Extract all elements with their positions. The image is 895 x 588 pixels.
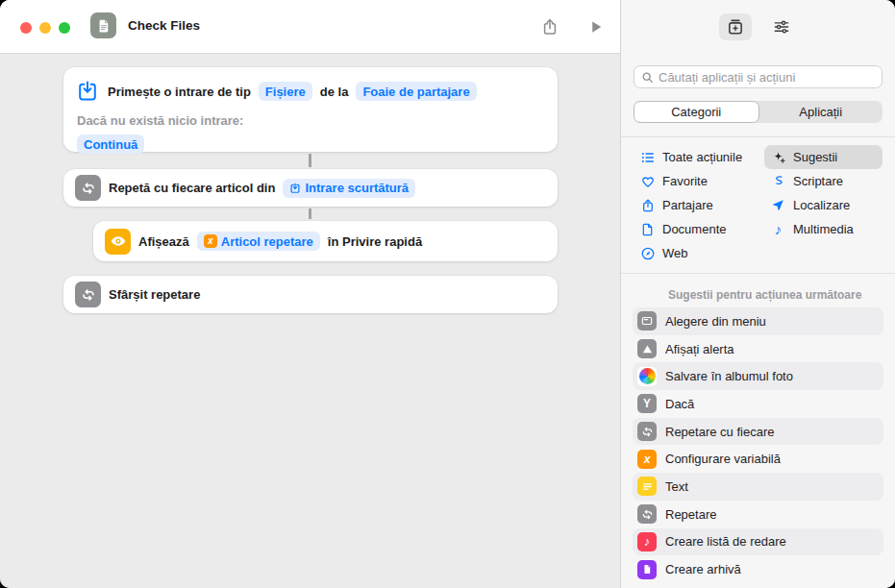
- repeat-icon: [637, 422, 657, 441]
- shortcut-details-button[interactable]: [765, 13, 798, 40]
- action-text: de la: [320, 85, 349, 99]
- suggestion-label: Afișați alerta: [665, 342, 734, 356]
- category-label: Toate acțiunile: [662, 150, 742, 164]
- search-field[interactable]: [634, 65, 883, 88]
- category-label: Web: [662, 246, 688, 260]
- location-arrow-icon: [770, 197, 786, 213]
- category-sugestii[interactable]: Sugestii: [764, 145, 883, 169]
- category-documente[interactable]: Documente: [634, 217, 764, 241]
- suggestion-alegere-din-meniu[interactable]: Alegere din meniu: [633, 307, 883, 335]
- token-label: Intrare scurtătură: [305, 181, 409, 195]
- repeat-item-variable-token[interactable]: x Articol repetare: [197, 232, 320, 251]
- category-grid: Toate acțiunile Favorite Partajare Docum…: [621, 137, 895, 265]
- category-label: Scriptare: [793, 174, 843, 188]
- category-label: Multimedia: [793, 222, 854, 236]
- action-receive-input[interactable]: Primește o intrare de tip Fișiere de la …: [63, 67, 558, 152]
- repeat-icon: [637, 504, 657, 524]
- suggestions-header: Sugestii pentru acțiunea următoare: [621, 288, 895, 302]
- suggestions-list: Alegere din meniu Afișați alerta Salvare…: [621, 307, 895, 583]
- traffic-lights: [20, 22, 70, 34]
- variable-icon: x: [637, 450, 657, 469]
- run-shortcut-button[interactable]: [584, 15, 608, 38]
- suggestion-repetare-cu-fiecare[interactable]: Repetare cu fiecare: [633, 418, 883, 446]
- music-note-icon: ♪: [770, 221, 786, 237]
- action-library-button[interactable]: [719, 13, 752, 40]
- action-text: Afișează: [138, 234, 189, 249]
- category-label: Favorite: [662, 174, 708, 188]
- search-icon: [641, 71, 654, 84]
- category-toate-actiunile[interactable]: Toate acțiunile: [634, 145, 764, 169]
- title-group: Check Files: [90, 12, 200, 38]
- suggestion-label: Alegere din meniu: [665, 314, 766, 329]
- shortcut-input-icon: [289, 183, 301, 194]
- heart-icon: [639, 173, 656, 189]
- list-icon: [639, 149, 656, 165]
- search-input[interactable]: [659, 70, 875, 85]
- window-title: Check Files: [128, 18, 200, 33]
- menu-icon: [637, 311, 657, 331]
- category-localizare[interactable]: Localizare: [764, 193, 883, 217]
- category-web[interactable]: Web: [634, 241, 764, 265]
- action-end-repeat[interactable]: Sfârșit repetare: [63, 276, 558, 313]
- action-text: în Privire rapidă: [328, 234, 422, 249]
- repeat-input-token[interactable]: Intrare scurtătură: [283, 179, 415, 198]
- repeat-icon: [75, 282, 101, 307]
- input-source-token[interactable]: Foaie de partajare: [356, 82, 476, 101]
- close-button[interactable]: [20, 22, 32, 34]
- eye-icon: [105, 229, 131, 255]
- library-tabs: Categorii Aplicații: [634, 101, 883, 123]
- sparkles-icon: [770, 149, 786, 165]
- suggestion-label: Creare arhivă: [665, 562, 741, 576]
- suggestion-label: Creare listă de redare: [665, 534, 786, 549]
- titlebar: Check Files: [0, 0, 620, 54]
- suggestion-label: Repetare cu fiecare: [665, 425, 774, 439]
- suggestion-label: Salvare în albumul foto: [665, 369, 793, 383]
- suggestion-label: Repetare: [665, 507, 716, 522]
- category-label: Localizare: [793, 198, 850, 212]
- action-text: Sfârșit repetare: [109, 287, 200, 302]
- variable-icon: x: [204, 234, 217, 248]
- category-favorite[interactable]: Favorite: [634, 169, 764, 193]
- divider: [621, 273, 895, 274]
- suggestion-afisati-alerta[interactable]: Afișați alerta: [633, 335, 883, 363]
- suggestion-configurare-variabila[interactable]: x Configurare variabilă: [633, 445, 883, 473]
- alert-icon: [637, 339, 657, 358]
- tab-aplicatii[interactable]: Aplicații: [759, 101, 883, 123]
- tab-categorii[interactable]: Categorii: [634, 101, 759, 123]
- flow-connector: [309, 154, 311, 167]
- input-type-token[interactable]: Fișiere: [259, 82, 312, 101]
- share-icon: [639, 197, 656, 213]
- category-label: Sugestii: [793, 150, 837, 164]
- document-icon: [639, 221, 656, 237]
- action-repeat-with-each[interactable]: Repetă cu fiecare articol din Intrare sc…: [63, 169, 558, 207]
- category-multimedia[interactable]: ♪ Multimedia: [764, 217, 883, 241]
- suggestion-label: Text: [665, 479, 688, 494]
- if-branch-icon: Y: [637, 394, 657, 413]
- shortcut-canvas: Primește o intrare de tip Fișiere de la …: [0, 54, 620, 587]
- category-label: Partajare: [662, 198, 713, 212]
- minimize-button[interactable]: [39, 22, 51, 34]
- suggestion-repetare[interactable]: Repetare: [633, 501, 883, 528]
- share-button[interactable]: [538, 15, 561, 38]
- category-label: Documente: [662, 222, 726, 236]
- sidebar-toolbar: [621, 0, 895, 54]
- suggestion-creare-arhiva[interactable]: Creare arhivă: [633, 555, 883, 583]
- token-label: Articol repetare: [221, 234, 313, 249]
- compass-icon: [639, 245, 656, 261]
- category-partajare[interactable]: Partajare: [634, 193, 764, 217]
- suggestion-text[interactable]: Text: [633, 473, 883, 501]
- action-quick-look[interactable]: Afișează x Articol repetare în Privire r…: [93, 221, 558, 261]
- flow-connector: [309, 208, 311, 219]
- text-icon: [637, 477, 657, 496]
- fallback-option-token[interactable]: Continuă: [77, 135, 144, 154]
- editor-pane: Check Files Primește o intrare de tip Fi…: [0, 0, 620, 588]
- action-text: Primește o intrare de tip: [108, 85, 251, 99]
- suggestion-daca[interactable]: Y Dacă: [633, 390, 883, 418]
- playlist-music-icon: ♪: [637, 532, 657, 551]
- zoom-button[interactable]: [59, 22, 70, 34]
- photos-icon: [637, 367, 657, 386]
- suggestion-creare-lista-de-redare[interactable]: ♪ Creare listă de redare: [633, 528, 883, 556]
- suggestion-salvare-in-albumul-foto[interactable]: Salvare în albumul foto: [633, 362, 883, 390]
- archive-document-icon: [637, 560, 657, 579]
- category-scriptare[interactable]: Scriptare: [764, 169, 883, 193]
